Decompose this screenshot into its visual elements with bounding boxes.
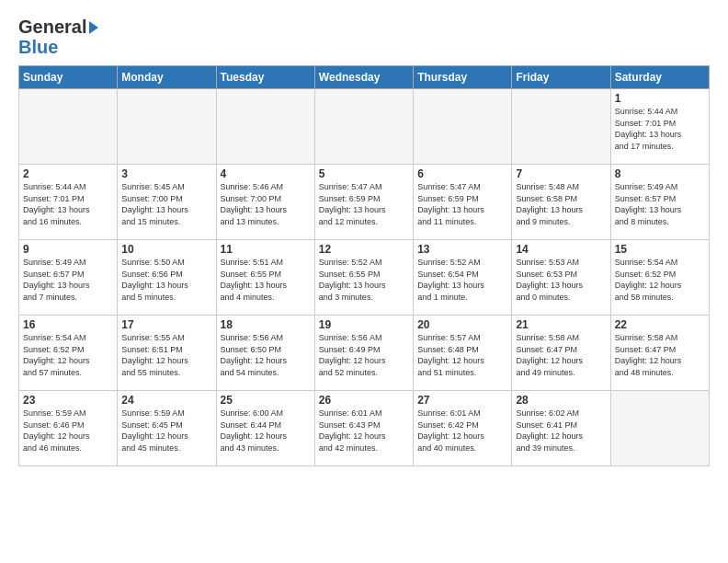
day-info: Sunrise: 5:49 AM Sunset: 6:57 PM Dayligh… bbox=[615, 181, 705, 227]
calendar-week-row: 23Sunrise: 5:59 AM Sunset: 6:46 PM Dayli… bbox=[19, 391, 710, 466]
day-info: Sunrise: 5:52 AM Sunset: 6:55 PM Dayligh… bbox=[319, 257, 409, 303]
day-number: 20 bbox=[417, 318, 507, 331]
day-info: Sunrise: 5:55 AM Sunset: 6:51 PM Dayligh… bbox=[121, 332, 211, 378]
calendar-week-row: 16Sunrise: 5:54 AM Sunset: 6:52 PM Dayli… bbox=[19, 316, 710, 391]
calendar-cell: 19Sunrise: 5:56 AM Sunset: 6:49 PM Dayli… bbox=[314, 316, 413, 391]
logo: General Blue bbox=[18, 17, 98, 56]
day-number: 10 bbox=[121, 243, 211, 256]
day-info: Sunrise: 5:47 AM Sunset: 6:59 PM Dayligh… bbox=[319, 181, 409, 227]
day-number: 21 bbox=[516, 318, 606, 331]
logo-arrow-icon bbox=[89, 21, 98, 34]
calendar-cell bbox=[414, 89, 512, 165]
day-info: Sunrise: 5:57 AM Sunset: 6:48 PM Dayligh… bbox=[417, 332, 507, 378]
page: General Blue SundayMondayTuesdayWednesda… bbox=[0, 0, 728, 476]
calendar-cell: 13Sunrise: 5:52 AM Sunset: 6:54 PM Dayli… bbox=[414, 240, 512, 316]
day-info: Sunrise: 5:54 AM Sunset: 6:52 PM Dayligh… bbox=[23, 332, 113, 378]
weekday-header-saturday: Saturday bbox=[610, 66, 709, 89]
calendar-cell: 5Sunrise: 5:47 AM Sunset: 6:59 PM Daylig… bbox=[314, 165, 413, 240]
calendar-cell bbox=[314, 89, 413, 165]
day-number: 15 bbox=[615, 243, 705, 256]
day-number: 27 bbox=[417, 394, 507, 407]
calendar-cell: 21Sunrise: 5:58 AM Sunset: 6:47 PM Dayli… bbox=[512, 316, 610, 391]
calendar-cell: 24Sunrise: 5:59 AM Sunset: 6:45 PM Dayli… bbox=[118, 391, 216, 466]
header: General Blue bbox=[18, 17, 710, 56]
day-number: 17 bbox=[121, 318, 211, 331]
calendar-cell bbox=[216, 89, 314, 165]
calendar-cell: 17Sunrise: 5:55 AM Sunset: 6:51 PM Dayli… bbox=[118, 316, 216, 391]
calendar-cell: 12Sunrise: 5:52 AM Sunset: 6:55 PM Dayli… bbox=[314, 240, 413, 316]
calendar-cell: 20Sunrise: 5:57 AM Sunset: 6:48 PM Dayli… bbox=[414, 316, 512, 391]
day-info: Sunrise: 5:59 AM Sunset: 6:46 PM Dayligh… bbox=[23, 408, 113, 454]
day-info: Sunrise: 5:56 AM Sunset: 6:50 PM Dayligh… bbox=[221, 332, 311, 378]
day-number: 25 bbox=[221, 394, 311, 407]
day-number: 6 bbox=[417, 167, 507, 180]
calendar-cell: 2Sunrise: 5:44 AM Sunset: 7:01 PM Daylig… bbox=[19, 165, 118, 240]
weekday-header-wednesday: Wednesday bbox=[314, 66, 413, 89]
calendar-week-row: 1Sunrise: 5:44 AM Sunset: 7:01 PM Daylig… bbox=[19, 89, 710, 165]
day-info: Sunrise: 6:01 AM Sunset: 6:43 PM Dayligh… bbox=[319, 408, 409, 454]
weekday-header-sunday: Sunday bbox=[19, 66, 118, 89]
calendar-cell: 3Sunrise: 5:45 AM Sunset: 7:00 PM Daylig… bbox=[118, 165, 216, 240]
day-info: Sunrise: 6:00 AM Sunset: 6:44 PM Dayligh… bbox=[221, 408, 311, 454]
calendar-cell: 4Sunrise: 5:46 AM Sunset: 7:00 PM Daylig… bbox=[216, 165, 314, 240]
calendar-week-row: 9Sunrise: 5:49 AM Sunset: 6:57 PM Daylig… bbox=[19, 240, 710, 316]
calendar-cell: 26Sunrise: 6:01 AM Sunset: 6:43 PM Dayli… bbox=[314, 391, 413, 466]
day-number: 3 bbox=[121, 167, 211, 180]
calendar-cell: 1Sunrise: 5:44 AM Sunset: 7:01 PM Daylig… bbox=[610, 89, 709, 165]
calendar-cell: 28Sunrise: 6:02 AM Sunset: 6:41 PM Dayli… bbox=[512, 391, 610, 466]
calendar-cell: 8Sunrise: 5:49 AM Sunset: 6:57 PM Daylig… bbox=[610, 165, 709, 240]
day-info: Sunrise: 5:52 AM Sunset: 6:54 PM Dayligh… bbox=[417, 257, 507, 303]
day-info: Sunrise: 5:44 AM Sunset: 7:01 PM Dayligh… bbox=[23, 181, 113, 227]
calendar-cell: 23Sunrise: 5:59 AM Sunset: 6:46 PM Dayli… bbox=[19, 391, 118, 466]
day-number: 4 bbox=[221, 167, 311, 180]
day-info: Sunrise: 5:46 AM Sunset: 7:00 PM Dayligh… bbox=[221, 181, 311, 227]
day-info: Sunrise: 5:44 AM Sunset: 7:01 PM Dayligh… bbox=[615, 106, 705, 152]
day-number: 13 bbox=[417, 243, 507, 256]
day-info: Sunrise: 6:01 AM Sunset: 6:42 PM Dayligh… bbox=[417, 408, 507, 454]
logo-general: General bbox=[18, 17, 86, 38]
calendar-cell: 16Sunrise: 5:54 AM Sunset: 6:52 PM Dayli… bbox=[19, 316, 118, 391]
weekday-header-tuesday: Tuesday bbox=[216, 66, 314, 89]
day-number: 2 bbox=[23, 167, 113, 180]
day-info: Sunrise: 5:51 AM Sunset: 6:55 PM Dayligh… bbox=[221, 257, 311, 303]
day-number: 22 bbox=[615, 318, 705, 331]
calendar-table: SundayMondayTuesdayWednesdayThursdayFrid… bbox=[18, 65, 710, 466]
day-number: 24 bbox=[121, 394, 211, 407]
day-number: 28 bbox=[516, 394, 606, 407]
day-number: 26 bbox=[319, 394, 409, 407]
day-number: 23 bbox=[23, 394, 113, 407]
day-info: Sunrise: 5:58 AM Sunset: 6:47 PM Dayligh… bbox=[516, 332, 606, 378]
day-number: 14 bbox=[516, 243, 606, 256]
day-number: 7 bbox=[516, 167, 606, 180]
calendar-cell: 18Sunrise: 5:56 AM Sunset: 6:50 PM Dayli… bbox=[216, 316, 314, 391]
calendar-cell: 25Sunrise: 6:00 AM Sunset: 6:44 PM Dayli… bbox=[216, 391, 314, 466]
day-info: Sunrise: 5:45 AM Sunset: 7:00 PM Dayligh… bbox=[121, 181, 211, 227]
weekday-header-row: SundayMondayTuesdayWednesdayThursdayFrid… bbox=[19, 66, 710, 89]
calendar-cell: 15Sunrise: 5:54 AM Sunset: 6:52 PM Dayli… bbox=[610, 240, 709, 316]
day-number: 12 bbox=[319, 243, 409, 256]
day-number: 9 bbox=[23, 243, 113, 256]
day-info: Sunrise: 5:48 AM Sunset: 6:58 PM Dayligh… bbox=[516, 181, 606, 227]
day-number: 19 bbox=[319, 318, 409, 331]
logo-blue: Blue bbox=[18, 38, 58, 56]
calendar-cell: 11Sunrise: 5:51 AM Sunset: 6:55 PM Dayli… bbox=[216, 240, 314, 316]
calendar-cell: 10Sunrise: 5:50 AM Sunset: 6:56 PM Dayli… bbox=[118, 240, 216, 316]
day-info: Sunrise: 5:59 AM Sunset: 6:45 PM Dayligh… bbox=[121, 408, 211, 454]
day-number: 11 bbox=[221, 243, 311, 256]
day-info: Sunrise: 6:02 AM Sunset: 6:41 PM Dayligh… bbox=[516, 408, 606, 454]
weekday-header-thursday: Thursday bbox=[414, 66, 512, 89]
day-number: 18 bbox=[221, 318, 311, 331]
calendar-cell: 22Sunrise: 5:58 AM Sunset: 6:47 PM Dayli… bbox=[610, 316, 709, 391]
day-info: Sunrise: 5:49 AM Sunset: 6:57 PM Dayligh… bbox=[23, 257, 113, 303]
day-number: 5 bbox=[319, 167, 409, 180]
day-info: Sunrise: 5:50 AM Sunset: 6:56 PM Dayligh… bbox=[121, 257, 211, 303]
calendar-cell: 14Sunrise: 5:53 AM Sunset: 6:53 PM Dayli… bbox=[512, 240, 610, 316]
weekday-header-friday: Friday bbox=[512, 66, 610, 89]
calendar-cell: 6Sunrise: 5:47 AM Sunset: 6:59 PM Daylig… bbox=[414, 165, 512, 240]
day-info: Sunrise: 5:56 AM Sunset: 6:49 PM Dayligh… bbox=[319, 332, 409, 378]
day-number: 1 bbox=[615, 92, 705, 105]
calendar-cell: 9Sunrise: 5:49 AM Sunset: 6:57 PM Daylig… bbox=[19, 240, 118, 316]
calendar-week-row: 2Sunrise: 5:44 AM Sunset: 7:01 PM Daylig… bbox=[19, 165, 710, 240]
calendar-cell: 7Sunrise: 5:48 AM Sunset: 6:58 PM Daylig… bbox=[512, 165, 610, 240]
weekday-header-monday: Monday bbox=[118, 66, 216, 89]
